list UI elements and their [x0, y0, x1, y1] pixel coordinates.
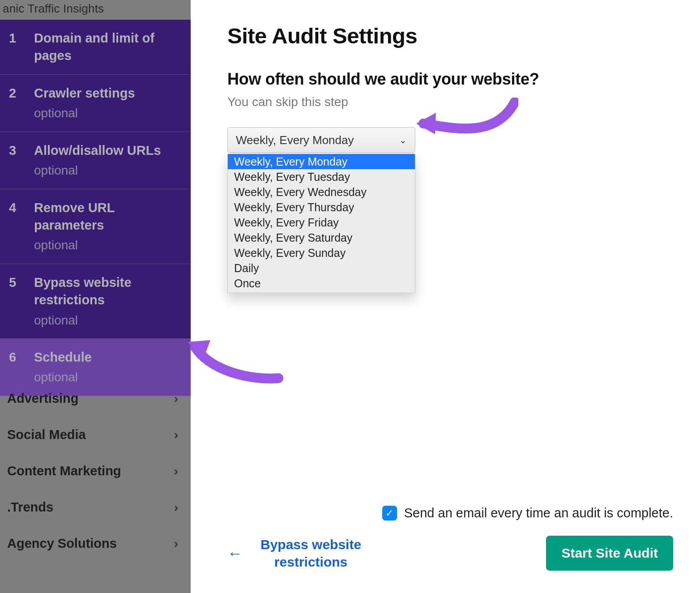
- chevron-right-icon: ›: [174, 428, 178, 442]
- arrow-left-icon: ←: [227, 545, 243, 562]
- page-title: Site Audit Settings: [227, 23, 673, 48]
- step-number: 3: [9, 142, 34, 159]
- chevron-right-icon: ›: [174, 500, 178, 515]
- check-icon: ✓: [385, 508, 393, 519]
- start-site-audit-button[interactable]: Start Site Audit: [546, 536, 673, 571]
- sidebar-bottom-nav: Advertising › Social Media › Content Mar…: [0, 380, 191, 562]
- dropdown-option[interactable]: Weekly, Every Saturday: [228, 230, 415, 245]
- dropdown-options-list: Weekly, Every Monday Weekly, Every Tuesd…: [227, 154, 415, 293]
- wizard-step-4[interactable]: 4 Remove URL parameters optional: [0, 189, 191, 264]
- section-hint: You can skip this step: [227, 95, 673, 109]
- step-label: Allow/disallow URLs optional: [34, 142, 182, 179]
- dropdown-option[interactable]: Weekly, Every Monday: [228, 154, 415, 169]
- wizard-sidebar: anic Traffic Insights 1 Domain and limit…: [0, 0, 191, 593]
- step-label: Bypass website restrictions optional: [34, 274, 182, 328]
- chevron-down-icon: ⌄: [399, 135, 407, 145]
- nav-item-label: Advertising: [7, 391, 79, 406]
- step-number: 6: [9, 349, 34, 366]
- email-notification-label: Send an email every time an audit is com…: [404, 506, 673, 520]
- step-number: 4: [9, 199, 34, 217]
- nav-item-trends[interactable]: .Trends ›: [0, 489, 191, 525]
- back-label-line1: Bypass website: [260, 537, 361, 552]
- step-label: Crawler settings optional: [34, 85, 182, 122]
- back-button[interactable]: ← Bypass website restrictions: [227, 536, 361, 571]
- nav-item-label: Social Media: [7, 427, 86, 442]
- nav-item-label: .Trends: [7, 500, 53, 515]
- dropdown-option[interactable]: Weekly, Every Sunday: [228, 245, 415, 260]
- chevron-right-icon: ›: [174, 392, 178, 406]
- step-label-text: Remove URL parameters: [34, 201, 115, 232]
- schedule-dropdown[interactable]: Weekly, Every Monday ⌄ Weekly, Every Mon…: [227, 127, 415, 153]
- nav-item-label: Agency Solutions: [7, 536, 117, 551]
- section-subtitle: How often should we audit your website?: [227, 70, 673, 89]
- step-label-text: Bypass website restrictions: [34, 275, 132, 307]
- step-label-text: Allow/disallow URLs: [34, 143, 161, 158]
- step-label-text: Crawler settings: [34, 86, 135, 100]
- step-number: 1: [9, 30, 34, 47]
- chevron-right-icon: ›: [174, 537, 178, 551]
- step-optional-badge: optional: [34, 105, 182, 122]
- step-label: Remove URL parameters optional: [34, 199, 182, 254]
- nav-item-content-marketing[interactable]: Content Marketing ›: [0, 453, 191, 489]
- wizard-step-2[interactable]: 2 Crawler settings optional: [0, 75, 191, 132]
- dropdown-option[interactable]: Weekly, Every Tuesday: [228, 169, 415, 184]
- step-optional-badge: optional: [34, 237, 182, 254]
- step-label-text: Schedule: [34, 350, 92, 364]
- footer-actions: ✓ Send an email every time an audit is c…: [227, 506, 673, 571]
- dropdown-option[interactable]: Weekly, Every Thursday: [228, 200, 415, 215]
- settings-main-panel: Site Audit Settings How often should we …: [191, 0, 700, 593]
- email-notification-checkbox[interactable]: ✓: [382, 506, 397, 520]
- dropdown-option[interactable]: Weekly, Every Friday: [228, 215, 415, 230]
- step-optional-badge: optional: [34, 162, 182, 179]
- nav-item-agency-solutions[interactable]: Agency Solutions ›: [0, 525, 191, 562]
- dropdown-selected-value: Weekly, Every Monday: [236, 133, 354, 147]
- chevron-right-icon: ›: [174, 464, 178, 478]
- wizard-step-1[interactable]: 1 Domain and limit of pages: [0, 20, 191, 75]
- email-notification-row: ✓ Send an email every time an audit is c…: [227, 506, 673, 520]
- wizard-steps-list: 1 Domain and limit of pages 2 Crawler se…: [0, 20, 191, 396]
- dropdown-option[interactable]: Weekly, Every Wednesday: [228, 184, 415, 200]
- dropdown-toggle[interactable]: Weekly, Every Monday ⌄: [227, 127, 415, 153]
- wizard-step-3[interactable]: 3 Allow/disallow URLs optional: [0, 132, 191, 189]
- step-optional-badge: optional: [34, 312, 182, 329]
- nav-button-row: ← Bypass website restrictions Start Site…: [227, 536, 673, 571]
- back-label-line2: restrictions: [274, 555, 347, 569]
- dropdown-option[interactable]: Daily: [228, 260, 415, 276]
- wizard-step-5[interactable]: 5 Bypass website restrictions optional: [0, 264, 191, 339]
- dropdown-option[interactable]: Once: [228, 276, 415, 291]
- nav-item-advertising[interactable]: Advertising ›: [0, 380, 191, 417]
- step-number: 5: [9, 274, 34, 291]
- step-number: 2: [9, 85, 34, 102]
- step-label: Domain and limit of pages: [34, 30, 182, 64]
- nav-item-label: Content Marketing: [7, 464, 121, 478]
- sidebar-truncated-header: anic Traffic Insights: [0, 2, 104, 16]
- nav-item-social-media[interactable]: Social Media ›: [0, 417, 191, 453]
- back-button-label: Bypass website restrictions: [260, 536, 361, 571]
